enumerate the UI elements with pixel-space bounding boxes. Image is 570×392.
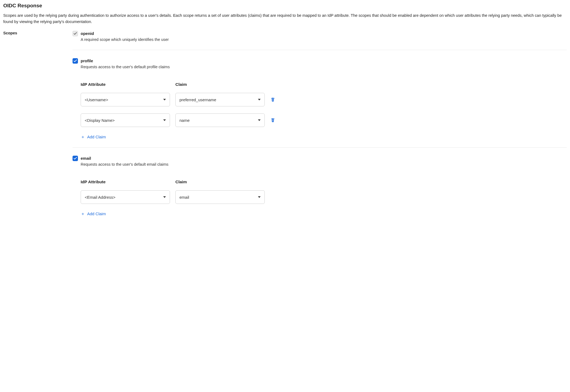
idp-attribute-header: IdP Attribute (81, 82, 170, 87)
scope-openid-description: A required scope which uniquely identifi… (81, 37, 567, 42)
chevron-down-icon (163, 99, 166, 100)
trash-icon (271, 97, 275, 102)
claim-header: Claim (175, 179, 265, 184)
claim-select[interactable]: name (175, 113, 265, 127)
scope-openid-name: openid (81, 31, 567, 36)
plus-icon: ＋ (81, 135, 85, 139)
scope-openid-checkbox (73, 31, 78, 36)
add-claim-label: Add Claim (87, 211, 106, 216)
claim-select[interactable]: email (175, 190, 265, 204)
chevron-down-icon (163, 119, 166, 121)
chevron-down-icon (258, 119, 261, 121)
scope-profile: profile Requests access to the user's de… (73, 58, 567, 148)
add-claim-label: Add Claim (87, 135, 106, 139)
delete-claim-button[interactable] (270, 97, 276, 102)
claim-header: Claim (175, 82, 265, 87)
section-description: Scopes are used by the relying party dur… (3, 12, 567, 25)
trash-icon (271, 118, 275, 122)
idp-attribute-header: IdP Attribute (81, 179, 170, 184)
check-icon (74, 32, 77, 35)
scope-email-description: Requests access to the user's default em… (81, 162, 567, 166)
add-claim-button[interactable]: ＋ Add Claim (81, 135, 106, 139)
idp-attribute-value: <Username> (85, 97, 108, 102)
claim-value: name (179, 118, 190, 123)
section-title: OIDC Response (3, 3, 567, 9)
idp-attribute-select[interactable]: <Display Name> (81, 113, 170, 127)
idp-attribute-value: <Display Name> (85, 118, 115, 123)
scope-profile-checkbox[interactable] (73, 58, 78, 64)
claim-value: preferred_username (179, 97, 216, 102)
scope-email-name: email (81, 156, 567, 161)
claim-row: <Username> preferred_username (81, 93, 567, 106)
scope-profile-description: Requests access to the user's default pr… (81, 65, 567, 69)
idp-attribute-select[interactable]: <Email Address> (81, 190, 170, 204)
chevron-down-icon (163, 196, 166, 198)
scope-email: email Requests access to the user's defa… (73, 156, 567, 216)
scope-profile-name: profile (81, 58, 567, 64)
scope-openid: openid A required scope which uniquely i… (73, 31, 567, 50)
claim-value: email (179, 195, 189, 200)
scope-email-checkbox[interactable] (73, 156, 78, 161)
chevron-down-icon (258, 99, 261, 100)
scope-email-claims: IdP Attribute Claim <Email Address> emai… (73, 179, 567, 216)
chevron-down-icon (258, 196, 261, 198)
idp-attribute-value: <Email Address> (85, 195, 115, 200)
claim-select[interactable]: preferred_username (175, 93, 265, 106)
scopes-label: Scopes (3, 31, 73, 35)
claim-row: <Display Name> name (81, 113, 567, 127)
check-icon (74, 157, 77, 160)
delete-claim-button[interactable] (270, 117, 276, 123)
claim-row: <Email Address> email (81, 190, 567, 204)
check-icon (74, 60, 77, 62)
add-claim-button[interactable]: ＋ Add Claim (81, 211, 106, 216)
scope-profile-claims: IdP Attribute Claim <Username> preferred… (73, 82, 567, 139)
idp-attribute-select[interactable]: <Username> (81, 93, 170, 106)
plus-icon: ＋ (81, 212, 85, 216)
